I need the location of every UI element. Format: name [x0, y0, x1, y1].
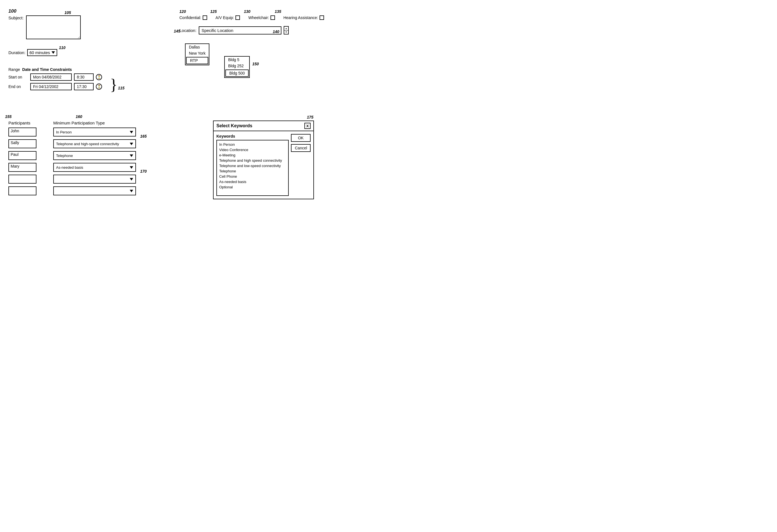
- location-item-rtp[interactable]: RTP: [186, 57, 208, 64]
- participation-arrow-1: [130, 131, 133, 133]
- wheelchair-item: Wheelchair:: [248, 15, 275, 20]
- participation-arrow-2: [130, 143, 133, 145]
- keyword-cell-phone[interactable]: Cell Phone: [219, 174, 286, 179]
- spinner-up[interactable]: ▲: [284, 27, 288, 30]
- end-date-input[interactable]: Fri 04/12/2002: [30, 83, 72, 90]
- participation-value-3: Telephone: [56, 153, 73, 158]
- dialog-buttons: OK Cancel: [291, 134, 311, 196]
- participation-value-1: In Person: [56, 130, 72, 134]
- participant-row-5: [8, 175, 36, 184]
- page-number: 100: [8, 8, 380, 14]
- participant-input-sally[interactable]: Sally: [8, 139, 36, 148]
- hearing-item: Hearing Assistance:: [284, 15, 324, 20]
- range-title: Range: [8, 67, 20, 72]
- participant-row-sally: Sally: [8, 139, 36, 148]
- end-time-input[interactable]: 17:30: [74, 83, 94, 90]
- location-item-dallas[interactable]: Dallas: [186, 44, 209, 50]
- ref-125: 125: [210, 9, 217, 14]
- keyword-as-needed[interactable]: As-needed basis: [219, 179, 286, 185]
- participation-select-4[interactable]: As-needed basis: [53, 163, 136, 172]
- wheelchair-checkbox[interactable]: [270, 15, 275, 20]
- location-item-newyork[interactable]: New York: [186, 50, 209, 56]
- building-item-bldg500[interactable]: Bldg 500: [225, 70, 249, 77]
- location-spinner[interactable]: ▲ ▼: [284, 26, 289, 34]
- ref-175: 175: [307, 115, 313, 119]
- dialog-close-button[interactable]: X: [304, 123, 311, 129]
- building-item-bldg5[interactable]: Bldg 5: [225, 57, 249, 63]
- participant-row-6: [8, 186, 36, 195]
- location-select[interactable]: Specific Location: [199, 26, 282, 34]
- hearing-checkbox[interactable]: [320, 15, 324, 20]
- building-dropdown: Bldg 5 Bldg 252 Bldg 500: [224, 56, 250, 78]
- participation-select-3[interactable]: Telephone: [53, 151, 136, 160]
- dialog-title: Select Keywords: [216, 123, 252, 128]
- keyword-telephone[interactable]: Telephone: [219, 169, 286, 174]
- participation-arrow-5: [130, 178, 133, 181]
- ref-140: 140: [273, 29, 279, 34]
- checkboxes-row: Confidential: A/V Equip: Wheelchair: Hea…: [180, 15, 324, 20]
- participant-input-mary[interactable]: Mary: [8, 163, 36, 172]
- participant-row-mary: Mary: [8, 163, 36, 172]
- av-equip-label: A/V Equip:: [216, 15, 234, 20]
- keywords-dialog: 175 Select Keywords X Keywords In Person…: [213, 120, 314, 199]
- start-time-input[interactable]: 8:30: [74, 74, 94, 81]
- participation-row-4: As-needed basis: [53, 163, 136, 172]
- keyword-optional[interactable]: Optional: [219, 185, 286, 190]
- ok-button[interactable]: OK: [291, 134, 311, 142]
- participation-row-5: [53, 175, 136, 184]
- participant-input-paul[interactable]: Paul: [8, 151, 36, 160]
- ref-165: 165: [140, 134, 146, 138]
- start-label: Start on: [8, 75, 28, 79]
- start-date-input[interactable]: Mon 04/08/2002: [30, 74, 72, 81]
- range-subtitle: Date and Time Constraints: [22, 67, 72, 72]
- participation-select-1[interactable]: In Person: [53, 127, 136, 136]
- location-value: Specific Location: [202, 28, 233, 33]
- ref-105: 105: [65, 10, 71, 15]
- ref-170: 170: [140, 169, 146, 174]
- hearing-label: Hearing Assistance:: [284, 15, 318, 20]
- location-label: Location:: [180, 28, 197, 33]
- dialog-titlebar: Select Keywords X: [214, 121, 313, 131]
- participant-row-john: John: [8, 127, 36, 136]
- participation-value-4: As-needed basis: [56, 166, 83, 170]
- ref-155: 155: [5, 114, 11, 119]
- participation-row-3: Telephone: [53, 151, 136, 160]
- subject-input[interactable]: [26, 15, 81, 39]
- ref-115: 115: [118, 86, 124, 90]
- confidential-label: Confidential:: [180, 15, 201, 20]
- keyword-tel-highspeed[interactable]: Telephone and high speed connectivity: [219, 158, 286, 163]
- ref-110: 110: [59, 45, 65, 50]
- participation-select-2[interactable]: Telephone and high-speed connectivity: [53, 139, 136, 148]
- keyword-in-person[interactable]: In Person: [219, 142, 286, 147]
- end-clock-icon[interactable]: ⏳: [96, 84, 102, 90]
- subject-section: Subject: 105: [8, 15, 81, 39]
- keyword-video-conference[interactable]: Video Conference: [219, 147, 286, 152]
- participant-input-5[interactable]: [8, 175, 36, 184]
- keywords-label: Keywords: [216, 134, 289, 138]
- brace: }: [110, 77, 117, 93]
- location-dropdown: Dallas New York RTP: [185, 43, 209, 65]
- participant-input-6[interactable]: [8, 186, 36, 195]
- participation-select-6[interactable]: [53, 186, 136, 195]
- av-equip-checkbox[interactable]: [235, 15, 240, 20]
- keyword-e-meeting[interactable]: e-Meeting: [219, 152, 286, 158]
- start-clock-icon[interactable]: ⏳: [96, 74, 102, 80]
- ref-160: 160: [76, 114, 82, 119]
- participation-select-5[interactable]: [53, 175, 136, 184]
- keyword-tel-lowspeed[interactable]: Telephone and low-speed connectivity: [219, 163, 286, 169]
- confidential-item: Confidential:: [180, 15, 207, 20]
- av-equip-item: A/V Equip:: [216, 15, 240, 20]
- participation-title: Minimum Participation Type: [53, 120, 136, 125]
- duration-select[interactable]: 60 minutes: [27, 49, 57, 56]
- participation-arrow-3: [130, 154, 133, 157]
- duration-value: 60 minutes: [29, 50, 50, 55]
- duration-dropdown-arrow: [51, 51, 55, 54]
- participant-input-john[interactable]: John: [8, 127, 36, 136]
- building-item-bldg252[interactable]: Bldg 252: [225, 63, 249, 69]
- cancel-button[interactable]: Cancel: [291, 144, 311, 152]
- confidential-checkbox[interactable]: [203, 15, 207, 20]
- participation-row-6: [53, 186, 136, 195]
- keywords-list[interactable]: In Person Video Conference e-Meeting Tel…: [216, 140, 289, 196]
- ref-145: 145: [174, 29, 180, 33]
- spinner-down[interactable]: ▼: [284, 30, 288, 34]
